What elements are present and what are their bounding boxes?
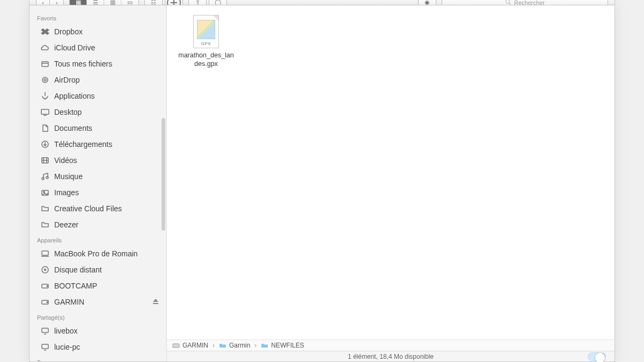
path-crumb-label: Garmin (229, 342, 250, 349)
folder-icon (40, 204, 50, 213)
sidebar-item-documents[interactable]: Documents (30, 120, 166, 136)
svg-point-12 (43, 191, 45, 193)
drive-icon (40, 282, 50, 290)
nav-forward-button[interactable]: › (50, 0, 64, 5)
laptop-icon (40, 249, 50, 258)
chevron-right-icon: › (252, 342, 259, 349)
folder-icon (261, 342, 268, 349)
path-crumb[interactable]: GARMIN (172, 342, 208, 349)
svg-point-10 (46, 176, 48, 179)
display-icon (40, 343, 50, 351)
drive-icon (40, 298, 50, 306)
arrange-button[interactable]: ☷ (144, 0, 163, 5)
sidebar-item-label: Deezer (54, 219, 78, 231)
dropbox-icon (40, 27, 50, 36)
path-crumb-label: NEWFILES (271, 342, 304, 349)
sidebar-item-livebox[interactable]: livebox (30, 323, 166, 339)
sidebar-item-applications[interactable]: Applications (30, 88, 166, 104)
svg-rect-6 (41, 109, 49, 114)
sidebar-heading-shared: Partagé(s) (30, 310, 166, 323)
view-column-button[interactable]: ▥ (104, 0, 121, 5)
view-list-button[interactable]: ☰ (87, 0, 104, 5)
sidebar-item-label: AirDrop (54, 74, 79, 86)
search-icon (505, 0, 511, 5)
file-ext-label: GPX (194, 41, 218, 47)
applications-icon (40, 92, 50, 100)
search-field[interactable]: Rechercher (442, 0, 608, 5)
sidebar-item-airdrop[interactable]: AirDrop (30, 72, 166, 88)
svg-rect-22 (42, 344, 48, 349)
action-button[interactable] (165, 0, 183, 5)
sidebar-item-label: Applications (54, 90, 95, 102)
sidebar-item-label: GARMIN (54, 296, 84, 308)
cloud-icon (40, 43, 50, 52)
view-gallery-button[interactable]: ▭ (121, 0, 138, 5)
sidebar-heading-favorites: Favoris (30, 11, 166, 24)
file-item[interactable]: GPX marathon_des_landes.gpx (177, 15, 236, 68)
sidebar-item-label: livebox (54, 325, 78, 337)
status-toggle[interactable] (588, 352, 606, 361)
sidebar-item-bootcamp[interactable]: BOOTCAMP (30, 278, 166, 294)
sidebar-item-label: Téléchargements (54, 138, 112, 150)
eject-button[interactable] (152, 296, 159, 308)
airdrop-icon (40, 76, 50, 84)
pictures-icon (40, 188, 50, 197)
path-crumb[interactable]: NEWFILES (261, 342, 304, 349)
sidebar-item-icloud[interactable]: iCloud Drive (30, 40, 166, 56)
folder-icon (40, 220, 50, 229)
svg-rect-3 (42, 62, 48, 67)
chevron-right-icon: › (210, 342, 217, 349)
search-placeholder: Rechercher (514, 0, 545, 5)
tags-button[interactable]: ◯ (209, 0, 227, 5)
sidebar-item-desktop[interactable]: Desktop (30, 104, 166, 120)
sidebar-item-label: Creative Cloud Files (54, 203, 122, 215)
file-name-label: marathon_des_landes.gpx (178, 51, 234, 68)
sidebar-item-label: Musique (54, 171, 83, 182)
nav-back-button[interactable]: ‹ (36, 0, 50, 5)
sidebar-item-remotedisc[interactable]: Disque distant (30, 262, 166, 278)
sidebar-item-label: lucie-pc (54, 341, 80, 353)
sidebar-item-pictures[interactable]: Images (30, 184, 166, 201)
svg-point-4 (42, 77, 48, 83)
sidebar-item-label: MacBook Pro de Romain (54, 248, 138, 260)
svg-point-17 (47, 286, 48, 287)
path-crumb-label: GARMIN (182, 342, 208, 349)
toolbar: ‹ › ▦ ☰ ▥ ▭ ☷ ⇪ ◯ ◉ Rechercher (30, 0, 614, 5)
sidebar-heading-tags: Tags (30, 355, 166, 361)
share-button[interactable]: ⇪ (188, 0, 207, 5)
sidebar-item-deezer[interactable]: Deezer (30, 217, 166, 233)
sidebar-item-dropbox[interactable]: Dropbox (30, 24, 166, 40)
sidebar-item-garmin[interactable]: GARMIN (30, 294, 166, 310)
file-grid[interactable]: GPX marathon_des_landes.gpx (167, 5, 614, 339)
sidebar-item-macbook[interactable]: MacBook Pro de Romain (30, 246, 166, 262)
view-mode-segmented[interactable]: ▦ ☰ ▥ ▭ (69, 0, 139, 5)
downloads-icon (40, 140, 50, 149)
sidebar-item-music[interactable]: Musique (30, 168, 166, 184)
file-thumbnail: GPX (193, 15, 219, 48)
disc-icon (40, 265, 50, 274)
svg-point-15 (45, 269, 46, 271)
sidebar-item-label: Tous mes fichiers (54, 58, 112, 70)
sidebar-item-ccfiles[interactable]: Creative Cloud Files (30, 201, 166, 217)
documents-icon (40, 124, 50, 132)
svg-line-2 (509, 3, 511, 4)
finder-window: ‹ › ▦ ☰ ▥ ▭ ☷ ⇪ ◯ ◉ Rechercher (29, 0, 615, 362)
sidebar-item-downloads[interactable]: Téléchargements (30, 136, 166, 152)
sidebar: Favoris Dropbox iCloud Drive Tous mes fi… (30, 5, 167, 361)
path-crumb[interactable]: Garmin (219, 342, 250, 349)
sidebar-heading-devices: Appareils (30, 233, 166, 246)
svg-rect-20 (153, 303, 158, 304)
music-icon (40, 172, 50, 181)
path-bar: GARMIN › Garmin › NEWFILES (167, 339, 614, 351)
svg-point-5 (44, 79, 46, 81)
quicklook-button[interactable]: ◉ (418, 0, 436, 5)
svg-point-1 (506, 0, 510, 3)
sidebar-item-label: iCloud Drive (54, 42, 95, 54)
svg-point-14 (42, 267, 48, 273)
sidebar-item-movies[interactable]: Vidéos (30, 152, 166, 168)
sidebar-item-luciepc[interactable]: lucie-pc (30, 339, 166, 355)
sidebar-item-label: Desktop (54, 106, 82, 118)
view-icon-button[interactable]: ▦ (70, 0, 87, 5)
folder-icon (219, 342, 226, 349)
sidebar-item-all-files[interactable]: Tous mes fichiers (30, 56, 166, 72)
